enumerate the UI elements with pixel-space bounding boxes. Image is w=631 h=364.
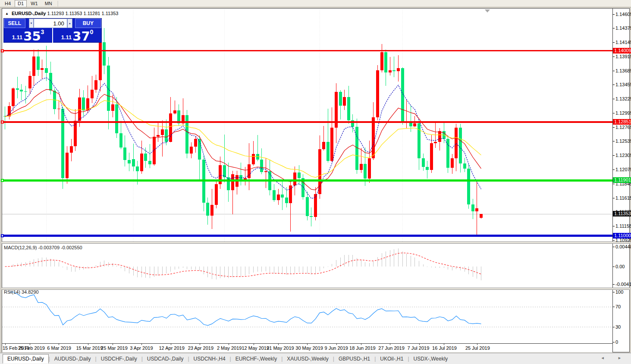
date-label: 30 May 2019: [295, 345, 323, 351]
autoscroll-marker-icon: [485, 9, 490, 13]
axis-tick-mark: [613, 28, 615, 28]
date-label: 12 Apr 2019: [159, 345, 185, 351]
price-tick-label: 1.14375: [615, 25, 631, 31]
date-label: 2 May 2019: [217, 345, 242, 351]
date-label: 21 May 2019: [267, 345, 294, 351]
sell-price-prefix: 1.11: [12, 33, 23, 42]
axis-tick-mark: [613, 342, 615, 342]
axis-tick-mark: [613, 267, 615, 267]
axis-tick-mark: [613, 155, 615, 156]
date-label: 16 Jul 2019: [432, 345, 457, 351]
axis-tick-mark: [613, 99, 615, 99]
date-label: 27 Jun 2019: [378, 345, 405, 351]
chart-title: ▲ EURUSD-,Daily 1.11293 1.11353 1.11281 …: [5, 11, 118, 16]
axis-tick-mark: [613, 247, 615, 247]
sell-button[interactable]: SELL: [4, 19, 25, 28]
date-tick-mark: [254, 344, 254, 345]
price-badge: 1.14009: [613, 48, 631, 53]
one-click-trade-panel: SELL ▼ ▲ BUY 1.11 35 3 1.11 37 0: [3, 18, 102, 43]
price-tick-label: 1.12995: [615, 110, 631, 116]
title-marker-icon: ▲: [5, 12, 9, 16]
price-badge: 1.12851: [613, 119, 631, 125]
rsi-tick-label: 70: [615, 304, 621, 309]
sell-price-display[interactable]: 1.11 35 3: [4, 28, 53, 43]
axis-tick-mark: [613, 327, 615, 327]
date-tick-mark: [59, 344, 59, 345]
rsi-splitter[interactable]: [2, 288, 630, 290]
rsi-label: RSI(14) 34.8290: [4, 289, 39, 295]
date-tick-mark: [390, 344, 390, 345]
date-label: 25 Jul 2019: [465, 345, 490, 351]
date-tick-mark: [361, 344, 361, 345]
date-label: 18 Jun 2019: [349, 345, 376, 351]
price-tick-label: 1.12765: [615, 125, 631, 130]
axis-tick-mark: [613, 307, 615, 307]
macd-splitter[interactable]: [2, 242, 630, 244]
date-label: 23 Apr 2019: [188, 345, 213, 351]
buy-price-display[interactable]: 1.11 37 0: [53, 28, 101, 43]
axis-tick-mark: [613, 292, 615, 292]
axis-tick-mark: [613, 85, 615, 85]
date-tick-mark: [419, 344, 420, 345]
price-tick-label: 1.12535: [615, 138, 631, 144]
rsi-tick-label: 30: [615, 324, 621, 329]
date-label: 3 Apr 2019: [130, 345, 153, 351]
axis-tick-mark: [613, 141, 615, 141]
date-label: 6 Mar 2019: [47, 345, 71, 351]
macd-tick-label: 0.004484: [615, 244, 631, 249]
date-label: 7 Jul 2019: [408, 345, 430, 351]
macd-tick-label: 0.00: [615, 264, 625, 269]
chevron-down-icon: ▼: [30, 22, 33, 25]
volume-down-button[interactable]: ▼: [29, 19, 34, 28]
buy-price-sup: 0: [90, 29, 94, 35]
price-tick-label: 1.12305: [615, 153, 631, 158]
axis-tick-mark: [613, 284, 615, 285]
chart-ohlc-values: 1.11293 1.11353 1.11281 1.11353: [47, 11, 119, 16]
sell-price-big: 35: [23, 31, 41, 42]
volume-up-button[interactable]: ▲: [67, 19, 72, 28]
price-tick-label: 1.13685: [615, 68, 631, 73]
date-tick-mark: [171, 344, 171, 345]
axis-tick-mark: [613, 14, 615, 15]
date-tick-mark: [278, 344, 279, 345]
date-tick-mark: [307, 344, 308, 345]
date-tick-mark: [444, 344, 444, 345]
axis-tick-mark: [613, 198, 615, 198]
axis-tick-mark: [613, 71, 615, 71]
date-tick-mark: [30, 344, 30, 345]
chart-symbol: EURUSD-,Daily: [12, 11, 46, 16]
date-tick-mark: [141, 344, 142, 345]
date-tick-mark: [229, 344, 229, 345]
axis-tick-mark: [613, 226, 615, 226]
price-tick-label: 1.13915: [615, 54, 631, 59]
date-tick-mark: [88, 344, 88, 345]
price-badge: 1.11353: [613, 211, 631, 217]
rsi-tick-label: 100: [615, 289, 623, 295]
axis-tick-mark: [613, 42, 615, 43]
price-tick-label: 1.13455: [615, 82, 631, 87]
buy-price-prefix: 1.11: [61, 33, 72, 42]
price-tick-label: 1.13225: [615, 96, 631, 101]
date-tick-mark: [200, 344, 200, 345]
date-label: 9 Jun 2019: [325, 345, 348, 351]
axis-tick-mark: [613, 56, 615, 57]
price-badge: 1.11901: [613, 177, 631, 183]
volume-input[interactable]: [34, 19, 66, 28]
date-label: 25 Feb 2019: [18, 345, 45, 351]
chart-canvas[interactable]: [0, 0, 631, 364]
date-tick-mark: [336, 344, 337, 345]
price-tick-label: 1.11615: [615, 195, 631, 201]
date-axis[interactable]: 15 Feb 201925 Feb 20196 Mar 201915 Mar 2…: [2, 343, 612, 352]
date-label: 25 Mar 2019: [101, 345, 128, 351]
axis-tick-mark: [613, 113, 615, 113]
price-tick-label: 1.12075: [615, 167, 631, 172]
axis-tick-mark: [613, 184, 615, 184]
date-label: 15 Mar 2019: [76, 345, 103, 351]
macd-tick-label: -0.0041: [615, 282, 631, 287]
buy-button[interactable]: BUY: [75, 19, 101, 28]
price-tick-label: 1.11155: [615, 223, 631, 229]
price-tick-label: 1.14145: [615, 40, 631, 45]
date-tick-mark: [113, 344, 113, 345]
price-badge: 1.11000: [613, 233, 631, 238]
volume-field-wrap: [34, 19, 67, 28]
